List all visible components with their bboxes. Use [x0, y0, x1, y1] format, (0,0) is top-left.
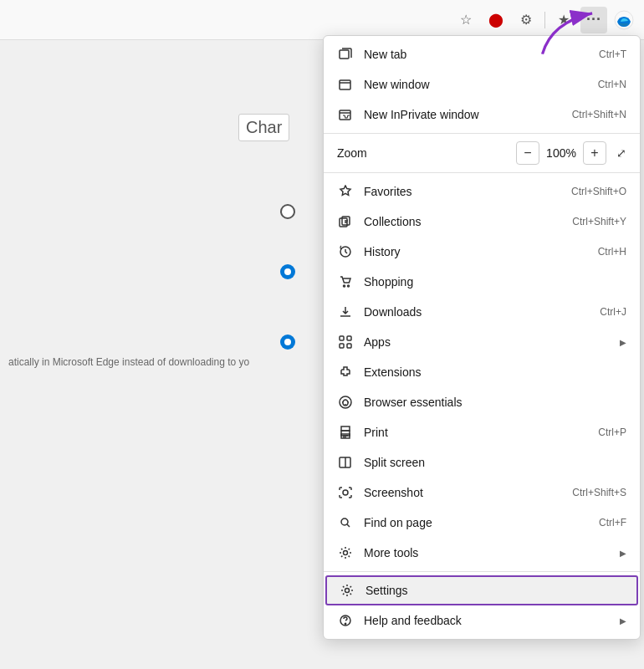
svg-rect-3 — [340, 80, 350, 89]
settings-icon — [339, 582, 355, 599]
downloads-icon — [337, 304, 354, 320]
split-screen-icon — [337, 454, 354, 471]
svg-point-19 — [344, 551, 348, 555]
favorites-label: Favorites — [364, 185, 561, 198]
menu-item-shopping[interactable]: Shopping — [324, 267, 640, 297]
menu-item-browser-essentials[interactable]: Browser essentials — [324, 387, 640, 417]
screenshot-shortcut: Ctrl+Shift+S — [572, 487, 626, 498]
page-description: atically in Microsoft Edge instead of do… — [0, 356, 360, 368]
svg-point-8 — [344, 285, 345, 287]
zoom-label: Zoom — [337, 146, 516, 160]
favorites-shortcut: Ctrl+Shift+O — [571, 186, 626, 197]
svg-rect-2 — [340, 50, 349, 59]
browser-essentials-label: Browser essentials — [364, 396, 626, 409]
menu-item-help[interactable]: Help and feedback ▶ — [324, 605, 640, 636]
favorites-star-icon[interactable]: ☆ — [452, 7, 479, 33]
edge-logo-svg — [614, 10, 634, 30]
char-input: Char — [238, 114, 289, 141]
collections-icon — [337, 213, 354, 230]
menu-item-find-on-page[interactable]: Find on page Ctrl+F — [324, 508, 640, 538]
menu-item-new-tab[interactable]: New tab Ctrl+T — [324, 39, 640, 69]
inprivate-icon — [337, 106, 354, 123]
extensions-icon — [337, 364, 354, 380]
new-window-label: New window — [364, 78, 588, 91]
svg-rect-13 — [347, 344, 351, 348]
more-menu-button[interactable]: ··· — [580, 7, 607, 33]
more-tools-arrow: ▶ — [620, 549, 626, 558]
favorites-icon — [337, 183, 354, 200]
menu-item-downloads[interactable]: Downloads Ctrl+J — [324, 297, 640, 327]
browser-essentials-icon — [337, 394, 354, 411]
menu-item-collections[interactable]: Collections Ctrl+Shift+Y — [324, 207, 640, 237]
menu-item-new-window[interactable]: New window Ctrl+N — [324, 69, 640, 100]
zoom-fullscreen-button[interactable]: ⤢ — [616, 146, 626, 160]
downloads-shortcut: Ctrl+J — [600, 306, 626, 318]
help-arrow: ▶ — [620, 616, 626, 626]
menu-item-settings[interactable]: Settings — [325, 575, 638, 605]
opera-icon[interactable]: ⬤ — [483, 7, 509, 33]
history-label: History — [364, 245, 588, 258]
find-on-page-label: Find on page — [364, 516, 589, 529]
screenshot-icon — [337, 484, 354, 501]
split-screen-label: Split screen — [364, 456, 626, 469]
browser-toolbar: ☆ ⬤ ⚙ ★ ··· — [0, 0, 644, 40]
svg-point-9 — [348, 285, 350, 287]
apps-icon — [337, 334, 354, 350]
menu-item-history[interactable]: History Ctrl+H — [324, 237, 640, 267]
svg-point-17 — [343, 490, 348, 495]
collections-icon[interactable]: ★ — [550, 7, 577, 33]
divider-3 — [324, 571, 640, 572]
radio-button-1 — [280, 204, 295, 219]
zoom-controls: − 100% + ⤢ — [516, 141, 626, 165]
apps-label: Apps — [364, 335, 488, 349]
svg-rect-12 — [340, 344, 344, 348]
svg-point-18 — [341, 518, 348, 525]
new-window-icon — [337, 76, 354, 93]
shopping-icon — [337, 273, 354, 290]
extensions-label: Extensions — [364, 365, 626, 379]
more-tools-label: More tools — [364, 546, 488, 559]
menu-item-more-tools[interactable]: More tools ▶ — [324, 538, 640, 568]
zoom-value: 100% — [546, 146, 576, 160]
zoom-in-button[interactable]: + — [583, 141, 606, 165]
screenshot-label: Screenshot — [364, 486, 562, 499]
collections-shortcut: Ctrl+Shift+Y — [572, 216, 626, 227]
help-label: Help and feedback — [364, 614, 488, 627]
apps-arrow: ▶ — [620, 338, 626, 347]
svg-rect-10 — [340, 336, 344, 340]
zoom-row: Zoom − 100% + ⤢ — [324, 137, 640, 169]
toolbar-separator — [544, 12, 545, 28]
inprivate-shortcut: Ctrl+Shift+N — [572, 109, 626, 120]
browser-menu: New tab Ctrl+T New window Ctrl+N New InP… — [323, 35, 641, 640]
radio-button-3 — [280, 334, 295, 350]
svg-rect-11 — [347, 336, 351, 340]
menu-item-screenshot[interactable]: Screenshot Ctrl+Shift+S — [324, 477, 640, 508]
inprivate-label: New InPrivate window — [364, 108, 562, 121]
collections-label: Collections — [364, 215, 562, 228]
svg-point-20 — [345, 589, 350, 593]
menu-item-extensions[interactable]: Extensions — [324, 357, 640, 387]
find-on-page-icon — [337, 514, 354, 531]
menu-item-inprivate[interactable]: New InPrivate window Ctrl+Shift+N — [324, 100, 640, 130]
downloads-label: Downloads — [364, 305, 590, 319]
settings-gear-icon[interactable]: ⚙ — [513, 7, 539, 33]
menu-item-print[interactable]: Print Ctrl+P — [324, 417, 640, 447]
history-shortcut: Ctrl+H — [598, 246, 626, 258]
new-tab-shortcut: Ctrl+T — [599, 49, 626, 60]
svg-point-22 — [345, 623, 345, 624]
help-icon — [337, 612, 354, 629]
edge-icon[interactable] — [611, 7, 637, 33]
divider-2 — [324, 172, 640, 173]
more-tools-icon — [337, 544, 354, 561]
print-label: Print — [364, 426, 588, 439]
menu-item-favorites[interactable]: Favorites Ctrl+Shift+O — [324, 176, 640, 207]
history-icon — [337, 243, 354, 260]
radio-button-2 — [280, 264, 295, 279]
menu-item-split-screen[interactable]: Split screen — [324, 447, 640, 477]
menu-item-apps[interactable]: Apps ▶ — [324, 327, 640, 357]
zoom-out-button[interactable]: − — [516, 141, 539, 165]
new-window-shortcut: Ctrl+N — [598, 79, 626, 90]
new-tab-icon — [337, 46, 354, 63]
find-on-page-shortcut: Ctrl+F — [599, 517, 626, 529]
settings-label: Settings — [365, 584, 625, 597]
